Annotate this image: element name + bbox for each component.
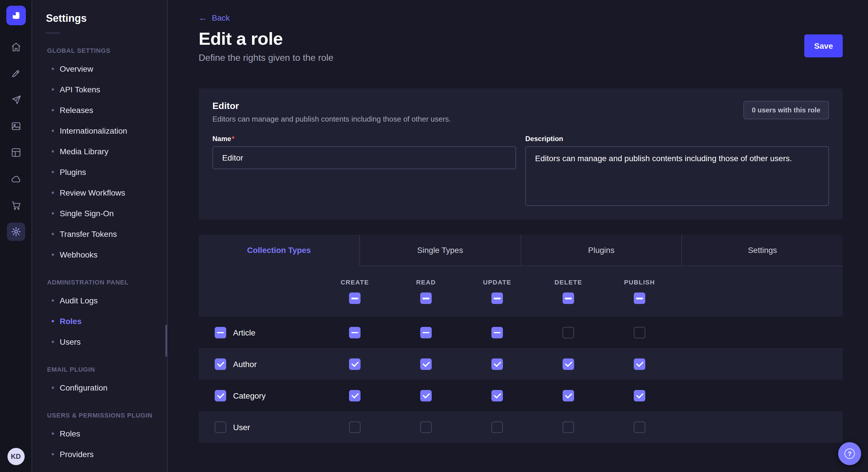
sidebar-item-overview[interactable]: Overview — [46, 59, 158, 79]
user-update-checkbox[interactable] — [491, 421, 503, 433]
tab-single-types[interactable]: Single Types — [360, 235, 521, 266]
row-label-cell: Category — [198, 390, 319, 401]
article-publish-checkbox[interactable] — [634, 327, 645, 338]
sidebar-item-plugins[interactable]: Plugins — [46, 162, 158, 182]
category-publish-checkbox[interactable] — [634, 390, 645, 401]
author-row-checkbox[interactable] — [215, 358, 226, 370]
main-content: ← Back Edit a role Define the rights giv… — [167, 0, 868, 472]
sidebar-item-label: Review Workflows — [60, 188, 125, 197]
permission-cell — [319, 390, 391, 401]
article-delete-checkbox[interactable] — [563, 327, 574, 338]
tab-collection-types[interactable]: Collection Types — [198, 235, 360, 266]
sidebar-item-releases[interactable]: Releases — [46, 100, 158, 121]
user-read-checkbox[interactable] — [420, 421, 432, 433]
bullet-icon — [52, 432, 54, 435]
name-field: Name* — [212, 135, 516, 206]
bullet-icon — [52, 171, 54, 173]
bullet-icon — [52, 150, 54, 153]
back-link[interactable]: ← Back — [198, 13, 229, 22]
sidebar-item-roles[interactable]: Roles — [46, 311, 158, 332]
bullet-icon — [52, 88, 54, 91]
permission-row-article: Article — [198, 316, 843, 348]
page-subtitle: Define the rights given to the role — [198, 53, 334, 63]
permissions-tabs: Collection TypesSingle TypesPluginsSetti… — [198, 235, 843, 266]
article-create-checkbox[interactable] — [349, 327, 361, 338]
user-avatar[interactable]: KD — [7, 448, 24, 465]
layout-icon[interactable] — [7, 143, 25, 162]
sidebar-item-roles[interactable]: Roles — [46, 423, 158, 444]
category-update-checkbox[interactable] — [491, 390, 503, 401]
settings-sidebar: Settings GLOBAL SETTINGSOverviewAPI Toke… — [32, 0, 167, 472]
sidebar-item-api-tokens[interactable]: API Tokens — [46, 79, 158, 100]
author-delete-checkbox[interactable] — [563, 358, 574, 370]
user-row-checkbox[interactable] — [215, 421, 226, 433]
sidebar-item-media-library[interactable]: Media Library — [46, 141, 158, 162]
category-create-checkbox[interactable] — [349, 390, 361, 401]
strapi-logo-icon — [10, 10, 22, 21]
scrollbar-thumb[interactable] — [165, 325, 167, 357]
media-icon[interactable] — [7, 117, 25, 135]
help-button[interactable]: ? — [838, 442, 861, 465]
category-read-checkbox[interactable] — [420, 390, 432, 401]
author-create-checkbox[interactable] — [349, 358, 361, 370]
cart-icon[interactable] — [7, 196, 25, 214]
permissions-table-rows: ArticleAuthorCategoryUser — [198, 316, 843, 443]
author-publish-checkbox[interactable] — [634, 358, 645, 370]
bullet-icon — [52, 212, 54, 214]
bullet-icon — [52, 192, 54, 194]
sidebar-item-single-sign-on[interactable]: Single Sign-On — [46, 203, 158, 224]
pen-icon[interactable] — [7, 64, 25, 82]
select-all-create-checkbox[interactable] — [349, 293, 361, 304]
column-header-publish: PUBLISH — [604, 279, 675, 304]
sidebar-item-label: Transfer Tokens — [60, 229, 117, 239]
select-all-delete-checkbox[interactable] — [563, 293, 574, 304]
description-textarea[interactable]: Editors can manage and publish contents … — [525, 146, 829, 206]
sidebar-item-providers[interactable]: Providers — [46, 444, 158, 465]
category-delete-checkbox[interactable] — [563, 390, 574, 401]
strapi-logo[interactable] — [6, 6, 26, 25]
paper-plane-icon[interactable] — [7, 91, 25, 109]
save-button[interactable]: Save — [805, 34, 843, 57]
bullet-icon — [52, 130, 54, 132]
permission-cell — [391, 327, 462, 338]
tab-settings[interactable]: Settings — [682, 235, 843, 266]
permission-cell — [319, 421, 391, 433]
user-create-checkbox[interactable] — [349, 421, 361, 433]
category-row-checkbox[interactable] — [215, 390, 226, 401]
user-publish-checkbox[interactable] — [634, 421, 645, 433]
sidebar-item-internationalization[interactable]: Internationalization — [46, 121, 158, 141]
sidebar-item-webhooks[interactable]: Webhooks — [46, 244, 158, 265]
article-update-checkbox[interactable] — [491, 327, 503, 338]
sidebar-item-label: API Tokens — [60, 85, 100, 94]
permission-cell — [319, 327, 391, 338]
sidebar-item-configuration[interactable]: Configuration — [46, 377, 158, 398]
home-icon[interactable] — [7, 38, 25, 56]
article-read-checkbox[interactable] — [420, 327, 432, 338]
sidebar-item-review-workflows[interactable]: Review Workflows — [46, 182, 158, 203]
back-label: Back — [212, 13, 229, 22]
select-all-publish-checkbox[interactable] — [634, 293, 645, 304]
name-label-text: Name — [212, 135, 231, 143]
sidebar-item-transfer-tokens[interactable]: Transfer Tokens — [46, 224, 158, 244]
column-header-update: UPDATE — [462, 279, 533, 304]
row-label-cell: Author — [198, 358, 319, 370]
sidebar-item-audit-logs[interactable]: Audit Logs — [46, 290, 158, 311]
author-update-checkbox[interactable] — [491, 358, 503, 370]
article-row-checkbox[interactable] — [215, 327, 226, 338]
select-all-update-checkbox[interactable] — [491, 293, 503, 304]
permission-cell — [533, 421, 604, 433]
sidebar-item-users[interactable]: Users — [46, 332, 158, 352]
name-input[interactable] — [212, 146, 516, 169]
bullet-icon — [52, 299, 54, 302]
row-label: User — [233, 423, 250, 432]
page-header: Edit a role Define the rights given to t… — [198, 29, 843, 63]
users-count-badge[interactable]: 0 users with this role — [743, 101, 829, 119]
user-delete-checkbox[interactable] — [563, 421, 574, 433]
role-card-heading: Editor Editors can manage and publish co… — [212, 101, 451, 123]
author-read-checkbox[interactable] — [420, 358, 432, 370]
gear-icon[interactable] — [7, 223, 25, 241]
select-all-read-checkbox[interactable] — [420, 293, 432, 304]
sidebar-item-label: Configuration — [60, 383, 107, 392]
cloud-icon[interactable] — [7, 170, 25, 188]
tab-plugins[interactable]: Plugins — [520, 235, 682, 266]
